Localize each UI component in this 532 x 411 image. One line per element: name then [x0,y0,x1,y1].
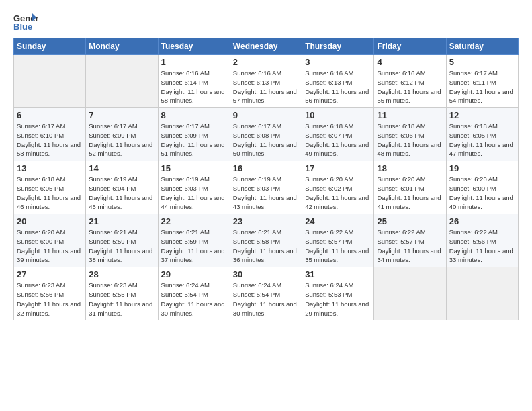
day-info: Sunrise: 6:19 AM Sunset: 6:04 PM Dayligh… [89,175,154,212]
day-info: Sunrise: 6:20 AM Sunset: 6:00 PM Dayligh… [449,175,515,212]
day-info: Sunrise: 6:22 AM Sunset: 5:56 PM Dayligh… [449,228,515,265]
day-info: Sunrise: 6:21 AM Sunset: 5:58 PM Dayligh… [233,228,299,265]
day-info: Sunrise: 6:20 AM Sunset: 6:00 PM Dayligh… [17,228,83,265]
calendar-cell: 10Sunrise: 6:18 AM Sunset: 6:07 PM Dayli… [302,108,374,161]
day-info: Sunrise: 6:19 AM Sunset: 6:03 PM Dayligh… [233,175,299,212]
calendar-cell: 22Sunrise: 6:21 AM Sunset: 5:59 PM Dayli… [158,214,230,267]
day-number: 5 [449,57,515,67]
day-number: 17 [305,163,371,173]
calendar-cell: 16Sunrise: 6:19 AM Sunset: 6:03 PM Dayli… [230,161,302,214]
day-info: Sunrise: 6:23 AM Sunset: 5:55 PM Dayligh… [89,281,154,318]
calendar-cell: 13Sunrise: 6:18 AM Sunset: 6:05 PM Dayli… [14,161,86,214]
day-info: Sunrise: 6:22 AM Sunset: 5:57 PM Dayligh… [305,228,371,265]
day-number: 15 [161,163,227,173]
calendar-cell: 26Sunrise: 6:22 AM Sunset: 5:56 PM Dayli… [446,214,518,267]
day-number: 8 [161,110,227,120]
calendar-cell: 7Sunrise: 6:17 AM Sunset: 6:09 PM Daylig… [86,108,158,161]
calendar-cell: 19Sunrise: 6:20 AM Sunset: 6:00 PM Dayli… [446,161,518,214]
day-number: 31 [305,269,371,279]
calendar-cell: 27Sunrise: 6:23 AM Sunset: 5:56 PM Dayli… [14,267,86,320]
day-info: Sunrise: 6:20 AM Sunset: 6:01 PM Dayligh… [377,175,443,212]
day-number: 4 [377,57,443,67]
day-number: 10 [305,110,371,120]
calendar-cell: 20Sunrise: 6:20 AM Sunset: 6:00 PM Dayli… [14,214,86,267]
logo-icon: General Blue [13,12,38,32]
day-number: 26 [449,216,515,226]
day-info: Sunrise: 6:16 AM Sunset: 6:13 PM Dayligh… [305,68,371,105]
calendar-week-row: 20Sunrise: 6:20 AM Sunset: 6:00 PM Dayli… [14,214,519,267]
calendar-cell: 30Sunrise: 6:24 AM Sunset: 5:54 PM Dayli… [230,267,302,320]
calendar-cell: 6Sunrise: 6:17 AM Sunset: 6:10 PM Daylig… [14,108,86,161]
svg-text:Blue: Blue [13,21,32,32]
day-number: 11 [377,110,443,120]
day-info: Sunrise: 6:16 AM Sunset: 6:13 PM Dayligh… [233,68,299,105]
calendar-cell: 9Sunrise: 6:17 AM Sunset: 6:08 PM Daylig… [230,108,302,161]
calendar-cell: 11Sunrise: 6:18 AM Sunset: 6:06 PM Dayli… [374,108,446,161]
day-number: 28 [89,269,154,279]
day-info: Sunrise: 6:18 AM Sunset: 6:06 PM Dayligh… [377,122,443,158]
day-number: 6 [17,110,83,120]
day-info: Sunrise: 6:17 AM Sunset: 6:10 PM Dayligh… [17,122,83,158]
day-number: 3 [305,57,371,67]
day-info: Sunrise: 6:21 AM Sunset: 5:59 PM Dayligh… [89,228,154,265]
day-number: 30 [233,269,299,279]
calendar-cell: 23Sunrise: 6:21 AM Sunset: 5:58 PM Dayli… [230,214,302,267]
day-info: Sunrise: 6:24 AM Sunset: 5:54 PM Dayligh… [233,281,299,318]
day-number: 20 [17,216,83,226]
day-number: 22 [161,216,227,226]
calendar-cell: 14Sunrise: 6:19 AM Sunset: 6:04 PM Dayli… [86,161,158,214]
day-number: 25 [377,216,443,226]
day-number: 19 [449,163,515,173]
day-info: Sunrise: 6:24 AM Sunset: 5:53 PM Dayligh… [305,281,371,318]
day-info: Sunrise: 6:20 AM Sunset: 6:02 PM Dayligh… [305,175,371,212]
calendar-cell: 18Sunrise: 6:20 AM Sunset: 6:01 PM Dayli… [374,161,446,214]
day-info: Sunrise: 6:18 AM Sunset: 6:05 PM Dayligh… [17,175,83,212]
col-header-wednesday: Wednesday [230,38,302,55]
calendar-cell: 2Sunrise: 6:16 AM Sunset: 6:13 PM Daylig… [230,55,302,108]
calendar-cell: 12Sunrise: 6:18 AM Sunset: 6:05 PM Dayli… [446,108,518,161]
day-info: Sunrise: 6:17 AM Sunset: 6:11 PM Dayligh… [449,68,515,105]
day-info: Sunrise: 6:22 AM Sunset: 5:57 PM Dayligh… [377,228,443,265]
calendar-week-row: 1Sunrise: 6:16 AM Sunset: 6:14 PM Daylig… [14,55,519,108]
day-number: 27 [17,269,83,279]
day-info: Sunrise: 6:18 AM Sunset: 6:05 PM Dayligh… [449,122,515,158]
day-info: Sunrise: 6:21 AM Sunset: 5:59 PM Dayligh… [161,228,227,265]
col-header-monday: Monday [86,38,158,55]
day-number: 16 [233,163,299,173]
col-header-friday: Friday [374,38,446,55]
calendar-cell: 3Sunrise: 6:16 AM Sunset: 6:13 PM Daylig… [302,55,374,108]
day-info: Sunrise: 6:17 AM Sunset: 6:09 PM Dayligh… [161,122,227,158]
day-info: Sunrise: 6:23 AM Sunset: 5:56 PM Dayligh… [17,281,83,318]
calendar-cell [446,267,518,320]
day-number: 29 [161,269,227,279]
day-number: 24 [305,216,371,226]
day-number: 23 [233,216,299,226]
day-info: Sunrise: 6:19 AM Sunset: 6:03 PM Dayligh… [161,175,227,212]
calendar-cell: 17Sunrise: 6:20 AM Sunset: 6:02 PM Dayli… [302,161,374,214]
calendar-week-row: 27Sunrise: 6:23 AM Sunset: 5:56 PM Dayli… [14,267,519,320]
day-number: 2 [233,57,299,67]
calendar-cell [14,55,86,108]
calendar-cell: 24Sunrise: 6:22 AM Sunset: 5:57 PM Dayli… [302,214,374,267]
calendar-week-row: 13Sunrise: 6:18 AM Sunset: 6:05 PM Dayli… [14,161,519,214]
day-info: Sunrise: 6:17 AM Sunset: 6:08 PM Dayligh… [233,122,299,158]
day-number: 21 [89,216,154,226]
calendar-week-row: 6Sunrise: 6:17 AM Sunset: 6:10 PM Daylig… [14,108,519,161]
calendar-cell: 8Sunrise: 6:17 AM Sunset: 6:09 PM Daylig… [158,108,230,161]
calendar-cell [374,267,446,320]
calendar-cell: 1Sunrise: 6:16 AM Sunset: 6:14 PM Daylig… [158,55,230,108]
day-info: Sunrise: 6:24 AM Sunset: 5:54 PM Dayligh… [161,281,227,318]
col-header-sunday: Sunday [14,38,86,55]
calendar-cell: 21Sunrise: 6:21 AM Sunset: 5:59 PM Dayli… [86,214,158,267]
day-info: Sunrise: 6:16 AM Sunset: 6:14 PM Dayligh… [161,68,227,105]
page-header: General Blue [13,12,519,32]
calendar-cell: 15Sunrise: 6:19 AM Sunset: 6:03 PM Dayli… [158,161,230,214]
calendar-table: SundayMondayTuesdayWednesdayThursdayFrid… [13,38,519,320]
day-number: 9 [233,110,299,120]
calendar-cell [86,55,158,108]
calendar-header-row: SundayMondayTuesdayWednesdayThursdayFrid… [14,38,519,55]
calendar-cell: 31Sunrise: 6:24 AM Sunset: 5:53 PM Dayli… [302,267,374,320]
day-info: Sunrise: 6:18 AM Sunset: 6:07 PM Dayligh… [305,122,371,158]
day-info: Sunrise: 6:16 AM Sunset: 6:12 PM Dayligh… [377,68,443,105]
day-number: 14 [89,163,154,173]
